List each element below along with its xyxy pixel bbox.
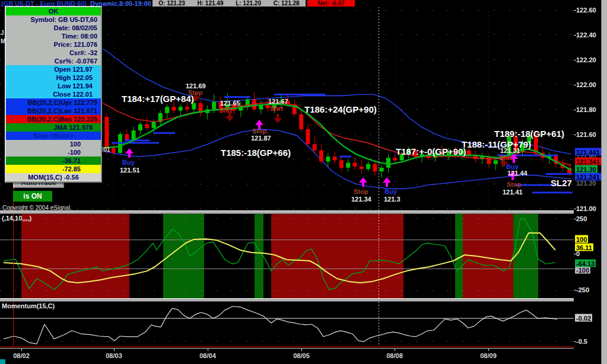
candle — [104, 117, 109, 148]
momentum-line — [4, 306, 557, 344]
data-window-row: Date: 08/02/05 — [6, 24, 101, 32]
trade-summary-label: T189:-18(GP+61) — [494, 129, 564, 139]
oscillator-gridline — [0, 218, 574, 219]
data-window-row: 100 — [6, 140, 101, 148]
candle — [366, 164, 370, 169]
axis-label: 0 — [576, 250, 580, 257]
level-segment — [532, 191, 573, 193]
session-divider-line — [379, 214, 379, 298]
regime-band — [21, 214, 129, 298]
buy-arrow-icon — [359, 177, 367, 187]
candle — [487, 157, 491, 164]
momentum-panel[interactable]: Momentum(15,C) — [0, 302, 574, 347]
level-segment — [112, 142, 159, 144]
candle — [145, 124, 149, 128]
trade-marker-label: 121.67 — [268, 98, 288, 105]
candle — [360, 167, 364, 169]
net-change-badge: Net: -0.07 — [307, 0, 355, 7]
sell-arrow-icon — [274, 114, 282, 123]
level-segment — [125, 139, 150, 141]
candle — [373, 164, 377, 172]
date-gridline — [208, 7, 208, 210]
autotrade-status-badge[interactable]: is ON — [13, 191, 52, 202]
data-window-row: Time: 08:00 — [6, 32, 101, 40]
session-divider-line — [379, 7, 379, 210]
time-axis-tick — [21, 349, 22, 351]
time-axis-tick — [488, 349, 489, 351]
trade-summary-label: T185:-18(GP+66) — [221, 148, 291, 158]
trade-marker-label: Shrt — [499, 154, 512, 161]
time-axis-label: 08/03 — [106, 352, 122, 359]
candle — [339, 160, 344, 168]
regime-band — [255, 214, 263, 298]
price-axis[interactable]: 122.60122.40122.20122.00121.80121.60121.… — [574, 0, 601, 364]
data-window-row: MOM(15,C) -0.56 — [6, 173, 101, 181]
oscillator-panel[interactable]: (,14,10,,,,) — [0, 214, 574, 298]
trade-summary-label: T187:+-0(GP+90) — [396, 146, 466, 157]
trade-marker-label: 121.41 — [503, 189, 523, 196]
legend-fragment: J — [1, 30, 4, 36]
axis-value-badge: 100 — [575, 235, 588, 243]
trade-summary-label: T186:+24(GP+90) — [304, 104, 377, 114]
level-segment — [339, 156, 351, 158]
axis-tick — [574, 110, 576, 110]
data-window-row: Open 121.97 — [6, 65, 101, 74]
data-window-row: -36.71 — [6, 157, 101, 165]
time-axis-label: 08/04 — [199, 352, 216, 359]
date-gridline — [395, 7, 395, 210]
data-window-row: BB(20,2,C)Upr 122.779 — [6, 98, 101, 107]
axis-label: 121.80 — [576, 106, 596, 113]
axis-tick — [574, 60, 576, 60]
date-gridline — [488, 7, 489, 210]
axis-label: 121.60 — [576, 131, 596, 138]
data-window-row: Low 121.94 — [6, 82, 101, 90]
trade-marker-label: 121.34 — [351, 196, 371, 203]
axis-tick — [574, 254, 576, 254]
axis-value-badge: 121.441 — [575, 148, 601, 156]
axis-value-badge: -64.13 — [575, 260, 596, 267]
regime-band — [513, 214, 538, 298]
window-frame-scrollbar[interactable] — [601, 0, 607, 364]
oscillator-gridline — [0, 290, 574, 291]
crosshair-vline — [13, 214, 14, 298]
axis-label: -250 — [576, 286, 589, 293]
time-axis-label: 08/08 — [386, 352, 403, 359]
low-value: L: 121.20 — [236, 0, 261, 7]
time-axis-tick — [208, 349, 208, 351]
trade-marker-label: Stop — [507, 181, 521, 188]
price-gridline — [0, 208, 574, 209]
high-value: H: 121.49 — [198, 0, 224, 7]
axis-value-badge: 36.11 — [575, 244, 593, 251]
trade-marker-label: Stop — [188, 89, 202, 96]
trade-marker-label: Shrt — [270, 105, 283, 112]
data-window-row: BB(20,2,C)Lwr 121.671 — [6, 107, 101, 115]
axis-tick — [574, 10, 576, 11]
data-window-row: OK — [6, 7, 101, 15]
time-axis-tick — [395, 349, 395, 351]
trade-marker-label: 121.44 — [507, 170, 527, 177]
candle — [494, 160, 498, 164]
axis-label: 122.40 — [576, 31, 596, 39]
candle — [346, 163, 350, 168]
buy-arrow-icon — [383, 177, 391, 187]
data-window-row: Price: 121.076 — [6, 40, 101, 49]
trade-summary-label: T188:-11(GP+79) — [462, 139, 531, 149]
axis-tick — [574, 135, 576, 135]
data-window-row: -100 — [6, 148, 101, 157]
candle — [138, 124, 142, 131]
date-gridline — [301, 7, 302, 210]
time-axis-label: 08/09 — [480, 352, 497, 359]
date-gridline — [114, 7, 115, 210]
panel-bottom-border — [0, 346, 574, 347]
axis-label: 122.00 — [576, 81, 596, 88]
trade-marker-label: Stop — [354, 188, 368, 195]
ohlc-strip: O: 121.23 H: 121.49 L: 121.20 C: 121.28 — [152, 0, 306, 7]
candle — [212, 102, 216, 110]
copyright-text: Copyright © 2004 eSignal. — [2, 205, 72, 211]
candle — [192, 103, 196, 110]
candle — [380, 168, 384, 171]
trade-marker-label: 121.51 — [120, 167, 140, 174]
trade-marker-label: Shrt — [219, 107, 232, 114]
trade-marker-label: Buy — [122, 159, 135, 166]
level-segment — [274, 94, 325, 95]
